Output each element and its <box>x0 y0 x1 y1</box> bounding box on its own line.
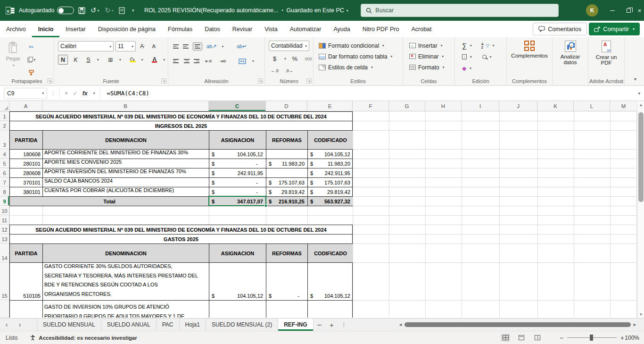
format-as-table-button[interactable]: Dar formato como tabla▾ <box>317 52 403 61</box>
cell-codificado[interactable]: $11.983,20 <box>308 159 353 168</box>
increase-decimal-button[interactable]: ←.0 <box>270 66 280 76</box>
sheet-tab-sueldo-mensual[interactable]: SUELDO MENSUAL <box>37 319 101 331</box>
comma-style-button[interactable]: 000 <box>304 54 314 64</box>
col-header-L[interactable]: L <box>574 101 610 111</box>
decrease-font-icon[interactable]: Aˇ <box>149 42 159 51</box>
orientation-button[interactable]: ab↗ <box>206 42 216 51</box>
cell-denominacion[interactable]: SALDO CAJA BANCOS 2024 <box>43 178 209 187</box>
zoom-level[interactable]: 100% <box>625 335 639 341</box>
cell-total-label[interactable]: Total <box>10 197 209 206</box>
fill-color-button[interactable] <box>128 55 138 65</box>
number-format-select[interactable]: Contabilidad▾ <box>269 41 309 51</box>
col-header-D[interactable]: D <box>266 101 307 111</box>
undo-button[interactable]: ↺▾ <box>91 0 99 21</box>
cell-codificado[interactable]: $104.105,12 <box>308 150 353 159</box>
cell-title-acuerdo-1[interactable]: SEGÚN ACUERDO MINISTERIAL Nº 039 DEL MIN… <box>10 112 352 121</box>
enter-formula-icon[interactable]: ✓ <box>73 90 78 97</box>
sheet-tab-sueldo-mensual-2[interactable]: SUELDO MENSUAL (2) <box>206 319 278 331</box>
decrease-indent-icon[interactable]: ⇤≡ <box>204 56 214 66</box>
formula-input[interactable]: =SUMA(C4:C8) <box>107 90 149 97</box>
cell-asignacion[interactable]: $- <box>209 178 266 187</box>
clear-button[interactable]: ◆▾ <box>461 64 473 73</box>
cell-codificado[interactable] <box>308 301 353 318</box>
cell-header-reformas[interactable]: REFORMAS <box>266 244 308 262</box>
select-all-corner[interactable] <box>0 101 9 111</box>
tab-archivo[interactable]: Archivo <box>0 21 32 37</box>
merge-center-button[interactable] <box>237 56 247 66</box>
cell-partida[interactable]: 280101 <box>10 159 43 168</box>
page-layout-view-button[interactable] <box>517 334 526 342</box>
cell-header-codificado[interactable]: CODIFICADO <box>308 131 353 149</box>
underline-button[interactable]: S <box>83 55 93 65</box>
conditional-formatting-button[interactable]: Formato condicional▾ <box>317 41 403 50</box>
cell-asignacion[interactable] <box>209 301 266 318</box>
accessibility-status[interactable]: Accesibilidad: es necesario investigar <box>30 335 137 341</box>
name-box[interactable]: C9▾ <box>4 88 47 99</box>
cell-denominacion[interactable]: GASTO CORRIENTE 30% SUELDOS AUTORIDADES,… <box>43 263 209 300</box>
close-button[interactable]: × <box>635 0 644 21</box>
font-size-select[interactable]: 11▾ <box>116 41 136 51</box>
tab-revisar[interactable]: Revisar <box>226 21 258 37</box>
tab-inicio[interactable]: Inicio <box>32 21 60 37</box>
vertical-scroll-thumb[interactable] <box>638 112 644 202</box>
cell-header-partida[interactable]: PARTIDA <box>10 131 43 149</box>
cell-total-codificado[interactable]: $563.927,32 <box>308 197 353 206</box>
cell-title-ingresos[interactable]: INGRESOS DEL 2025 <box>10 121 352 130</box>
cancel-formula-icon[interactable]: × <box>65 90 68 97</box>
cell-denominacion[interactable]: GASTO DE INVERSION 10% GRUPOS DE ATENCIÓ… <box>43 301 209 318</box>
tab-acrobat[interactable]: Acrobat <box>405 21 438 37</box>
scroll-left-icon[interactable]: ◄ <box>398 322 403 327</box>
cell-header-denominacion[interactable]: DENOMINACION <box>43 244 209 262</box>
save-button[interactable] <box>78 0 85 21</box>
add-sheet-button[interactable]: + <box>326 319 338 331</box>
tab-vista[interactable]: Vista <box>258 21 284 37</box>
cell-denominacion[interactable]: APORTE CORRIENTE DEL MINISTERIO DE FINAN… <box>43 150 209 159</box>
font-dialog-launcher[interactable]: ↘ <box>161 78 166 84</box>
accounting-chevron-icon[interactable]: ▾ <box>284 57 286 61</box>
tab-insertar[interactable]: Insertar <box>59 21 91 37</box>
tab-datos[interactable]: Datos <box>198 21 226 37</box>
print-preview-button[interactable] <box>119 0 125 21</box>
sheet-tab-pac[interactable]: PAC <box>157 319 180 331</box>
accounting-format-button[interactable]: $ <box>270 54 280 64</box>
font-color-chevron-icon[interactable]: ▾ <box>163 58 165 62</box>
next-sheet-icon[interactable]: › <box>13 319 26 331</box>
wrap-text-button[interactable]: ab↵ <box>237 42 247 51</box>
tab-ayuda[interactable]: Ayuda <box>327 21 356 37</box>
increase-indent-icon[interactable]: ⇥≡ <box>218 56 228 66</box>
bold-button[interactable]: N <box>58 55 68 65</box>
tab-automatizar[interactable]: Automatizar <box>284 21 328 37</box>
cell-partida[interactable]: 280608 <box>10 168 43 177</box>
format-cells-button[interactable]: Formato▾ <box>408 63 454 72</box>
number-dialog-launcher[interactable]: ↘ <box>306 78 312 84</box>
cell-header-asignacion[interactable]: ASIGNACION <box>209 131 266 149</box>
page-break-view-button[interactable] <box>533 334 542 342</box>
cell-reformas[interactable] <box>266 150 308 159</box>
sheet-tab-hoja1[interactable]: Hoja1 <box>180 319 206 331</box>
zoom-slider[interactable] <box>567 337 617 338</box>
borders-button[interactable]: ⊞ <box>106 55 116 65</box>
delete-cells-button[interactable]: Eliminar▾ <box>408 52 454 61</box>
sheet-tab-sueldo-anual[interactable]: SUELDO ANUAL <box>101 319 157 331</box>
col-header-H[interactable]: H <box>425 101 462 111</box>
cell-denominacion[interactable]: CUENTAS POR COBRAR (ALICUOTA DE DICIEMBR… <box>43 187 209 196</box>
alignment-dialog-launcher[interactable]: ↘ <box>258 78 263 84</box>
cell-codificado[interactable]: $104.105,12 <box>308 263 353 300</box>
decrease-decimal-button[interactable]: .0→ <box>284 66 294 76</box>
col-header-K[interactable]: K <box>537 101 574 111</box>
cell-reformas[interactable]: $11.983,20 <box>266 159 308 168</box>
normal-view-button[interactable] <box>501 334 510 342</box>
cell-asignacion[interactable]: $104.105,12 <box>209 150 266 159</box>
cell-header-denominacion[interactable]: DENOMINACION <box>43 131 209 149</box>
cell-header-partida[interactable]: PARTIDA <box>10 244 43 262</box>
fx-chevron-icon[interactable]: ▾ <box>93 91 95 95</box>
col-header-B[interactable]: B <box>42 101 209 111</box>
font-color-button[interactable]: A <box>149 55 159 65</box>
increase-font-icon[interactable]: Aˆ <box>138 42 148 51</box>
percent-style-button[interactable]: % <box>290 54 300 64</box>
analyze-data-button[interactable]: Analizar datos <box>553 37 588 85</box>
cell-title-acuerdo-2[interactable]: SEGÚN ACUERDO MINISTERIAL Nº 039 DEL MIN… <box>10 225 352 234</box>
autosave-toggle[interactable] <box>57 0 74 21</box>
scroll-right-icon[interactable]: ► <box>633 322 637 327</box>
fill-button[interactable]: ↓▾ <box>461 52 473 61</box>
